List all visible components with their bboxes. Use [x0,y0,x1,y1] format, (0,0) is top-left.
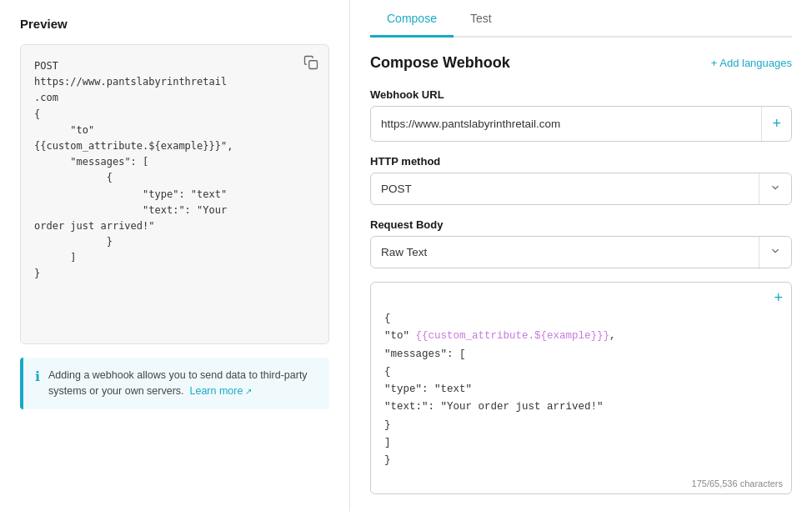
info-icon: ℹ [35,368,40,384]
compose-webhook-title: Compose Webhook [370,54,510,72]
info-text: Adding a webhook allows you to send data… [48,368,318,399]
http-method-chevron[interactable] [759,173,791,204]
editor-plus-button[interactable]: + [774,289,783,307]
preview-code: POST https://www.pantslabyrinthretail .c… [34,58,315,283]
tabs-bar: Compose Test [370,0,792,38]
request-body-value: Raw Text [371,238,759,267]
request-body-group: Request Body Raw Text [370,218,792,268]
learn-more-link[interactable]: Learn more [190,385,253,397]
svg-rect-0 [309,61,318,69]
http-method-group: HTTP method POST [370,155,792,205]
code-line-1: { [384,310,778,328]
preview-title: Preview [20,17,329,31]
copy-button[interactable] [302,53,320,74]
code-line-6: "text:": "Your order just arrived!" [384,398,778,416]
webhook-url-label: Webhook URL [370,88,792,101]
http-method-label: HTTP method [370,155,792,168]
webhook-url-input[interactable] [371,109,761,138]
webhook-url-group: Webhook URL + [370,88,792,142]
editor-toolbar: + [371,283,791,307]
http-method-select[interactable]: POST [370,173,792,205]
code-editor-box: + { "to" {{custom_attribute.${example}}}… [370,282,792,494]
code-line-3: "messages": [ [384,346,778,363]
http-method-value: POST [371,174,759,203]
request-body-select[interactable]: Raw Text [370,236,792,268]
webhook-url-plus-button[interactable]: + [761,107,791,141]
code-line-4: { [384,363,778,381]
request-body-label: Request Body [370,218,792,231]
left-panel: Preview POST https://www.pantslabyrinthr… [0,0,350,511]
request-body-chevron[interactable] [759,237,791,268]
webhook-url-input-wrapper: + [370,106,792,142]
code-line-7: } [384,417,778,434]
code-line-8: ] [384,434,778,452]
tab-test[interactable]: Test [454,0,509,38]
code-line-2: "to" {{custom_attribute.${example}}}, [384,328,778,345]
char-count: 175/65,536 characters [371,475,791,493]
add-languages-button[interactable]: + Add languages [711,57,792,69]
info-banner: ℹ Adding a webhook allows you to send da… [20,358,329,409]
code-preview-box: POST https://www.pantslabyrinthretail .c… [20,44,329,344]
code-line-5: "type": "text" [384,381,778,398]
compose-header: Compose Webhook + Add languages [370,54,792,72]
code-line-9: } [384,452,778,469]
code-editor[interactable]: { "to" {{custom_attribute.${example}}}, … [371,307,791,475]
right-panel: Compose Test Compose Webhook + Add langu… [350,0,812,511]
tab-compose[interactable]: Compose [370,0,454,38]
